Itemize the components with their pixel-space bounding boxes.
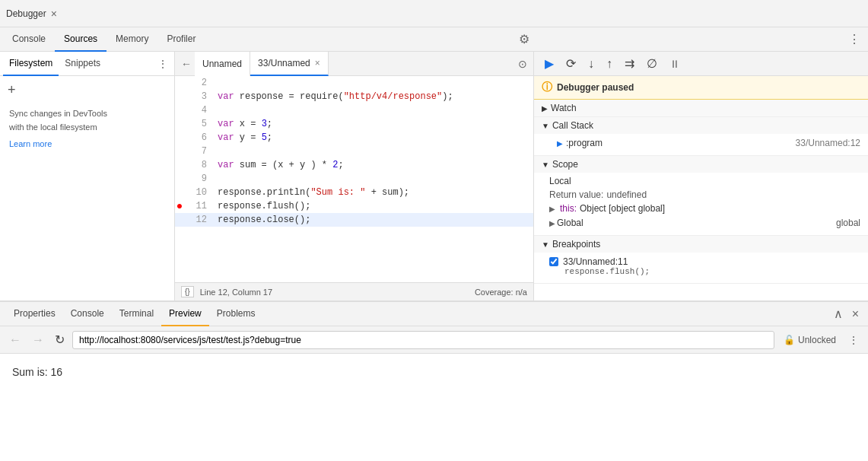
tab-memory[interactable]: Memory [107, 27, 157, 52]
expand-icon[interactable]: ⊙ [515, 55, 530, 73]
breakpoint-item-label: 33/Unnamed:11 [563, 256, 628, 267]
sync-text: Sync changes in DevToolswith the local f… [9, 107, 165, 134]
bp-11[interactable]: ● [175, 200, 184, 212]
scope-section: ▼ Scope Local Return value: undefined ▶ … [534, 156, 868, 236]
left-tabs: Filesystem Snippets ⋮ [0, 52, 174, 76]
global-label: Global [557, 218, 583, 228]
filter-button[interactable]: ⋮ [845, 332, 862, 348]
breakpoints-content: 33/Unnamed:11 response.flush(); [534, 253, 868, 283]
breakpoints-header[interactable]: ▼ Breakpoints [534, 236, 868, 253]
call-stack-item-arrow-icon: ▶ [557, 139, 563, 148]
call-stack-item-name: :program [566, 138, 603, 148]
tab-profiler[interactable]: Profiler [157, 27, 205, 52]
step-out-button[interactable]: ↑ [602, 56, 617, 72]
breakpoint-checkbox-label[interactable]: 33/Unnamed:11 [549, 256, 860, 267]
return-value-row: Return value: undefined [549, 188, 860, 202]
local-label: Local [549, 174, 860, 188]
bottom-tab-controls: ∧ × [831, 305, 862, 323]
resume-button[interactable]: ▶ [540, 55, 558, 72]
close-bottom-button[interactable]: × [849, 305, 862, 323]
tab-snippets[interactable]: Snippets [59, 52, 107, 76]
lock-icon: 🔓 [784, 335, 795, 345]
global-expand-icon[interactable]: ▶ [549, 219, 555, 227]
code-line-4: 4 [175, 103, 533, 117]
breakpoint-checkbox[interactable] [549, 257, 558, 266]
format-button[interactable]: {} [181, 286, 194, 297]
scope-content: Local Return value: undefined ▶ this: Ob… [534, 173, 868, 235]
this-expand-icon[interactable]: ▶ [549, 205, 555, 213]
deactivate-button[interactable]: ∅ [642, 55, 662, 72]
code-editor: 2 3 var response = require("http/v4/resp… [175, 76, 533, 282]
code-line-9: 9 [175, 172, 533, 186]
breakpoints-label: Breakpoints [552, 239, 600, 250]
watch-header[interactable]: ▶ Watch [534, 100, 868, 116]
step-into-button[interactable]: ↓ [583, 56, 599, 72]
main-tabs: Console Sources Memory Profiler ⚙ ⋮ [0, 27, 868, 52]
lock-icon-area[interactable]: 🔓 Unlocked [779, 335, 841, 345]
info-icon: ⓘ [542, 81, 552, 94]
tab-unnamed[interactable]: Unnamed [195, 52, 250, 76]
scope-header[interactable]: ▼ Scope [534, 156, 868, 173]
code-line-7: 7 [175, 145, 533, 158]
step-over-button[interactable]: ⟳ [561, 55, 580, 72]
tab-unnamed-label: Unnamed [202, 59, 242, 69]
this-val: Object [object global] [580, 203, 665, 214]
call-stack-item[interactable]: ▶ :program 33/Unnamed:12 [549, 135, 860, 151]
close-icon[interactable]: × [51, 8, 57, 20]
code-status-bar: {} Line 12, Column 17 Coverage: n/a [175, 282, 533, 300]
bottom-panel: Properties Console Terminal Preview Prob… [0, 301, 868, 461]
return-value-key: Return value: [549, 189, 603, 200]
code-tabs: ← Unnamed 33/Unnamed × ⊙ [175, 52, 533, 76]
call-stack-header[interactable]: ▼ Call Stack [534, 117, 868, 134]
watch-arrow-icon: ▶ [542, 104, 548, 113]
tab-console-bottom[interactable]: Console [63, 302, 112, 326]
cursor-position: Line 12, Column 17 [200, 288, 272, 297]
tab-console[interactable]: Console [3, 27, 55, 52]
this-row: ▶ this: Object [object global] [549, 202, 860, 215]
call-stack-item-location: 33/Unnamed:12 [796, 138, 860, 148]
tab-filesystem[interactable]: Filesystem [3, 52, 59, 76]
code-panel: ← Unnamed 33/Unnamed × ⊙ 2 3 var respons… [175, 52, 533, 300]
tab-properties[interactable]: Properties [6, 302, 63, 326]
tab-33-unnamed-label: 33/Unnamed [258, 58, 310, 68]
reload-button[interactable]: ↻ [52, 331, 68, 348]
right-panel: ▶ ⟳ ↓ ↑ ⇉ ∅ ⏸ ⓘ Debugger paused ▶ Watch … [533, 52, 868, 300]
global-row: ▶ Global global [549, 215, 860, 230]
more-icon[interactable]: ⋮ [844, 29, 865, 49]
code-line-2: 2 [175, 76, 533, 90]
paused-text: Debugger paused [557, 82, 634, 93]
lock-label: Unlocked [798, 335, 836, 345]
browser-bar: ← → ↻ 🔓 Unlocked ⋮ [0, 326, 868, 354]
code-line-3: 3 var response = require("http/v4/respon… [175, 90, 533, 103]
tab-problems[interactable]: Problems [209, 302, 263, 326]
tab-close-icon[interactable]: × [315, 58, 320, 68]
tab-sources[interactable]: Sources [55, 27, 107, 52]
add-folder-button[interactable]: + [8, 82, 16, 97]
call-stack-content: ▶ :program 33/Unnamed:12 [534, 134, 868, 155]
watch-section: ▶ Watch [534, 100, 868, 117]
step-button[interactable]: ⇉ [620, 55, 639, 72]
collapse-icon[interactable]: ← [178, 55, 195, 73]
left-tab-more-icon[interactable]: ⋮ [154, 55, 171, 73]
tab-terminal[interactable]: Terminal [112, 302, 161, 326]
collapse-bottom-button[interactable]: ∧ [831, 305, 846, 323]
scope-arrow-icon: ▼ [542, 161, 549, 169]
bottom-tabs: Properties Console Terminal Preview Prob… [0, 302, 868, 326]
call-stack-arrow-icon: ▼ [542, 122, 549, 130]
debugger-toolbar: ▶ ⟳ ↓ ↑ ⇉ ∅ ⏸ [534, 52, 868, 76]
breakpoint-item-code: response.flush(); [549, 267, 860, 276]
back-button[interactable]: ← [6, 332, 24, 348]
url-input[interactable] [72, 331, 774, 349]
watch-label: Watch [551, 103, 577, 113]
tab-preview[interactable]: Preview [161, 302, 209, 326]
forward-button[interactable]: → [29, 332, 47, 348]
coverage-status: Coverage: n/a [475, 288, 527, 297]
sources-area: Filesystem Snippets ⋮ + Sync changes in … [0, 52, 868, 301]
pause-button[interactable]: ⏸ [665, 56, 685, 72]
scope-label: Scope [552, 159, 578, 170]
settings-icon[interactable]: ⚙ [514, 29, 534, 49]
tab-33-unnamed[interactable]: 33/Unnamed × [250, 52, 329, 76]
code-line-11: ● 11 response.flush(); [175, 199, 533, 213]
learn-more-link[interactable]: Learn more [9, 139, 52, 148]
code-line-5: 5 var x = 3; [175, 117, 533, 131]
